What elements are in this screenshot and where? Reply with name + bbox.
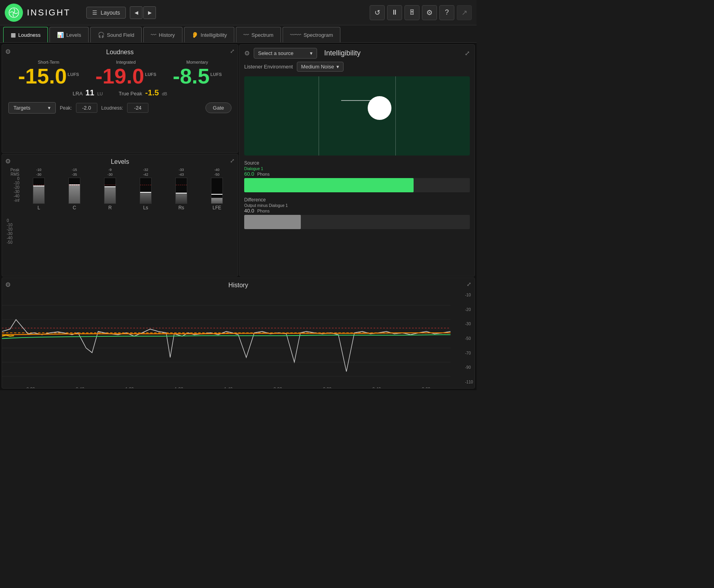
loudness-controls: Targets ▾ Peak: Loudness: Gate bbox=[2, 99, 238, 117]
channel-C: -15 -35 C bbox=[57, 168, 92, 211]
momentary-value: -8.5LUFS bbox=[173, 65, 222, 87]
nav-arrows: ◀ ▶ bbox=[130, 6, 156, 19]
sf-separator-left bbox=[319, 76, 319, 156]
tab-levels[interactable]: 📊 Levels bbox=[49, 27, 89, 42]
diff-bar-fill bbox=[244, 215, 301, 229]
intel-header: ⚙ Select a source ▾ Intelligibility ⤢ bbox=[239, 45, 475, 60]
ch-LFE-bar bbox=[211, 178, 223, 204]
help-icon[interactable]: ? bbox=[439, 5, 454, 20]
loudness-expand-icon[interactable]: ⤢ bbox=[230, 48, 235, 54]
intel-expand-icon[interactable]: ⤢ bbox=[465, 49, 470, 57]
diff-value: 40.0 Phons bbox=[244, 208, 470, 214]
env-chevron-icon: ▾ bbox=[336, 64, 339, 70]
history-panel: ⚙ History ⤢ bbox=[2, 277, 475, 389]
soundfield-tab-icon: 🎧 bbox=[98, 32, 104, 38]
app-logo bbox=[5, 4, 23, 22]
source-select-dropdown[interactable]: Select a source ▾ bbox=[254, 48, 317, 59]
loudness-tab-icon: ▦ bbox=[11, 32, 16, 38]
diff-label: Difference bbox=[244, 197, 470, 203]
channel-Rs: -33 -43 Rs bbox=[163, 168, 199, 211]
levels-title: Levels bbox=[2, 154, 238, 168]
tab-loudness[interactable]: ▦ Loudness bbox=[3, 27, 48, 42]
integrated-metric: Integrated -19.0LUFS bbox=[95, 60, 156, 87]
source-bar-bg bbox=[244, 178, 470, 192]
intelligibility-panel: ⚙ Select a source ▾ Intelligibility ⤢ Li… bbox=[239, 44, 475, 277]
source-meter-row: Source Dialogue 1 60.0 Phons bbox=[244, 160, 470, 192]
momentary-metric: Momentary -8.5LUFS bbox=[173, 60, 222, 87]
channel-R: -9 -30 R bbox=[92, 168, 128, 211]
levels-tab-icon: 📊 bbox=[57, 32, 64, 38]
main-content: ⚙ Loudness ⤢ Short-Term -15.0LUFS Integr… bbox=[0, 43, 477, 390]
peak-input[interactable] bbox=[76, 103, 97, 113]
integrated-value: -19.0LUFS bbox=[95, 65, 156, 87]
layouts-button[interactable]: ☰ Layouts bbox=[86, 7, 126, 19]
channel-LFE: -40 -50 LFE bbox=[199, 168, 235, 211]
loudness-input[interactable] bbox=[127, 103, 148, 113]
spectrum-tab-icon: 〰 bbox=[243, 32, 249, 38]
forward-button[interactable]: ▶ bbox=[143, 6, 156, 19]
tab-soundfield[interactable]: 🎧 Sound Field bbox=[90, 27, 142, 42]
top-bar: INSIGHT ☰ Layouts ◀ ▶ ↺ ⏸ 🎚 ⚙ ? ↗ bbox=[0, 0, 477, 25]
diff-bar-bg bbox=[244, 215, 470, 229]
lra-row: LRA 11 LU True Peak -1.5 dB bbox=[2, 87, 238, 99]
intel-title: Intelligibility bbox=[324, 49, 361, 57]
history-right-axis: -10 -20 -30 -50 -70 -90 -110 bbox=[465, 291, 473, 386]
intel-gear-icon[interactable]: ⚙ bbox=[244, 49, 250, 57]
tab-history[interactable]: 〰 History bbox=[143, 27, 182, 42]
ch-L-bar bbox=[33, 178, 45, 204]
targets-dropdown[interactable]: Targets ▾ bbox=[8, 102, 56, 114]
top-bar-icons: ↺ ⏸ 🎚 ⚙ ? ↗ bbox=[370, 5, 472, 20]
spectrogram-tab-icon: 〰〰 bbox=[290, 32, 301, 38]
tab-spectrogram[interactable]: 〰〰 Spectrogram bbox=[283, 27, 340, 42]
sf-separator-right bbox=[395, 76, 396, 156]
true-peak-display: True Peak -1.5 dB bbox=[119, 88, 167, 97]
source-sub-label: Dialogue 1 bbox=[244, 167, 470, 171]
levels-right-axis: 0 -10 -20 -30 -40 -50 bbox=[5, 211, 21, 252]
history-time-axis: 0:20 0:40 1:00 1:20 1:40 2:00 2:20 2:40 … bbox=[2, 386, 475, 389]
source-value: 60.0 Phons bbox=[244, 171, 470, 177]
short-term-metric: Short-Term -15.0LUFS bbox=[18, 60, 79, 87]
loudness-gear-icon[interactable]: ⚙ bbox=[5, 48, 11, 55]
app-title: INSIGHT bbox=[27, 8, 70, 18]
source-chevron-icon: ▾ bbox=[310, 50, 313, 56]
loudness-metrics: Short-Term -15.0LUFS Integrated -19.0LUF… bbox=[2, 58, 238, 87]
meter-icon[interactable]: 🎚 bbox=[404, 5, 420, 20]
levels-gear-icon[interactable]: ⚙ bbox=[5, 157, 11, 165]
loudness-title: Loudness bbox=[2, 45, 238, 58]
channel-Ls: -32 -42 Ls bbox=[128, 168, 163, 211]
levels-grid: Peak RMS 0 -10 -20 -30 -40 -inf -10 -30 bbox=[2, 168, 238, 247]
gate-button[interactable]: Gate bbox=[205, 102, 232, 113]
intel-tab-icon: 👂 bbox=[192, 32, 198, 38]
layouts-icon: ☰ bbox=[92, 9, 97, 16]
diff-sub-label: Output minus Dialogue 1 bbox=[244, 203, 470, 208]
ch-Ls-bar bbox=[140, 178, 152, 204]
levels-left-axis: Peak RMS 0 -10 -20 -30 -40 -inf bbox=[5, 168, 21, 211]
sf-line-h bbox=[341, 100, 373, 101]
lra-display: LRA 11 LU bbox=[73, 88, 103, 97]
sound-field-viz bbox=[244, 76, 470, 156]
env-select-dropdown[interactable]: Medium Noise ▾ bbox=[297, 62, 344, 72]
history-chart: -10 -20 -30 -50 -70 -90 -110 bbox=[2, 291, 475, 386]
source-label: Source bbox=[244, 160, 470, 166]
expand-icon[interactable]: ↗ bbox=[457, 5, 472, 20]
back-button[interactable]: ◀ bbox=[130, 6, 142, 19]
levels-panel: ⚙ Levels ⤢ Peak RMS 0 -10 -20 -30 -40 -i… bbox=[2, 154, 238, 277]
diff-meter-row: Difference Output minus Dialogue 1 40.0 … bbox=[244, 197, 470, 229]
intel-meters: Source Dialogue 1 60.0 Phons Difference … bbox=[239, 157, 475, 237]
tab-spectrum[interactable]: 〰 Spectrum bbox=[236, 27, 281, 42]
history-title: History bbox=[2, 278, 475, 291]
nav-tabs: ▦ Loudness 📊 Levels 🎧 Sound Field 〰 Hist… bbox=[0, 25, 477, 43]
loudness-panel: ⚙ Loudness ⤢ Short-Term -15.0LUFS Integr… bbox=[2, 44, 238, 153]
ch-C-bar bbox=[68, 178, 80, 204]
history-tab-icon: 〰 bbox=[151, 32, 156, 38]
history-gear-icon[interactable]: ⚙ bbox=[5, 281, 11, 288]
reset-icon[interactable]: ↺ bbox=[370, 5, 385, 20]
ch-Rs-bar bbox=[175, 178, 187, 204]
history-expand-icon[interactable]: ⤢ bbox=[467, 281, 471, 287]
tab-intelligibility[interactable]: 👂 Intelligibility bbox=[184, 27, 234, 42]
pause-icon[interactable]: ⏸ bbox=[387, 5, 402, 20]
source-bar-fill bbox=[244, 178, 414, 192]
levels-expand-icon[interactable]: ⤢ bbox=[230, 157, 235, 164]
history-svg bbox=[2, 291, 475, 386]
settings-icon[interactable]: ⚙ bbox=[422, 5, 437, 20]
